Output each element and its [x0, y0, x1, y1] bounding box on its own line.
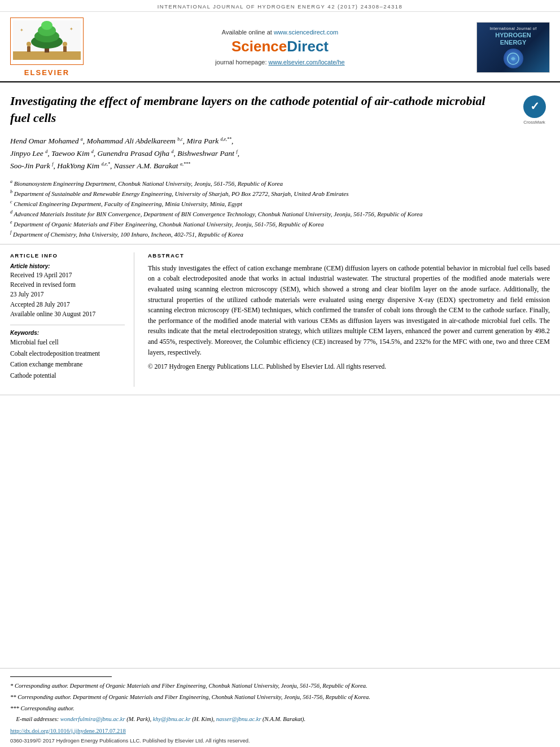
authors-line1: Hend Omar Mohamed a, Mohammad Ali Abdelk…	[10, 135, 550, 147]
abstract-header: ABSTRACT	[148, 252, 550, 259]
keyword-3: Cation exchange membrane	[10, 359, 125, 370]
issn-line: 0360-3199/© 2017 Hydrogen Energy Publica…	[10, 737, 550, 744]
footnotes-section: * Corresponding author. Department of Or…	[0, 668, 560, 747]
revised-date: 23 July 2017	[10, 290, 125, 299]
keywords-list: Microbial fuel cell Cobalt electrodeposi…	[10, 337, 125, 381]
crossmark-label: CrossMark	[523, 120, 545, 125]
abstract-column: ABSTRACT This study investigates the eff…	[148, 252, 550, 387]
authors-section: Hend Omar Mohamed a, Mohammad Ali Abdelk…	[0, 130, 560, 175]
doi-link[interactable]: http://dx.doi.org/10.1016/j.ijhydene.201…	[10, 728, 126, 734]
keywords-group: Keywords: Microbial fuel cell Cobalt ele…	[10, 330, 125, 381]
footnote-emails: E-mail addresses: wonderfulmira@jbnu.ac.…	[10, 715, 550, 724]
svg-text:✦: ✦	[20, 28, 24, 33]
crossmark-icon: ✓	[523, 95, 546, 119]
email-link-3[interactable]: nasser@jbnu.ac.kr	[216, 716, 261, 722]
affiliation-a: a Bionanosystem Engineering Department, …	[10, 180, 550, 189]
svg-rect-10	[63, 46, 67, 52]
journal-cover-top-text: International Journal of	[489, 26, 536, 32]
article-title: Investigating the effect of membrane lay…	[10, 93, 519, 126]
footnote-star: * Corresponding author. Department of Or…	[10, 682, 550, 691]
journal-citation: INTERNATIONAL JOURNAL OF HYDROGEN ENERGY…	[158, 3, 403, 10]
svg-text:✦: ✦	[69, 27, 73, 32]
page-wrapper: INTERNATIONAL JOURNAL OF HYDROGEN ENERGY…	[0, 0, 560, 747]
affiliation-b: b Department of Sustainable and Renewabl…	[10, 190, 550, 199]
svg-point-6	[41, 21, 53, 30]
sciencedirect-logo: ScienceDirect	[95, 38, 465, 55]
email-link-1[interactable]: wonderfulmira@jbnu.ac.kr	[60, 716, 125, 722]
two-col-section: ARTICLE INFO Article history: Received 1…	[0, 244, 560, 395]
svg-point-9	[63, 42, 67, 46]
authors-line3: Soo-Jin Park f, HakYong Kim d,e,*, Nasse…	[10, 160, 550, 172]
journal-homepage-url[interactable]: www.elsevier.com/locate/he	[269, 59, 345, 65]
available-date: Available online 30 August 2017	[10, 309, 125, 319]
header-center: Available online at www.sciencedirect.co…	[84, 29, 476, 65]
svg-rect-1	[13, 51, 81, 60]
revised-label: Received in revised form	[10, 280, 125, 290]
spacer	[0, 395, 560, 662]
journal-cover-decoration	[504, 49, 523, 68]
affiliation-e: e Department of Organic Materials and Fi…	[10, 220, 550, 229]
footnote-divider	[10, 676, 112, 677]
article-info-column: ARTICLE INFO Article history: Received 1…	[10, 252, 134, 387]
divider	[10, 325, 125, 325]
elsevier-tree-icon: ✦ ✦	[13, 20, 81, 60]
keywords-label: Keywords:	[10, 330, 125, 336]
doi-line: http://dx.doi.org/10.1016/j.ijhydene.201…	[10, 726, 550, 735]
elsevier-logo-border: ✦ ✦	[10, 18, 84, 65]
journal-cover-title: HYDROGEN ENERGY	[495, 32, 531, 46]
email-link-2[interactable]: khy@jbnu.ac.kr	[153, 716, 191, 722]
crossmark-badge[interactable]: ✓ CrossMark	[519, 95, 550, 125]
affiliation-c: c Chemical Engineering Department, Facul…	[10, 200, 550, 209]
affiliations-section: a Bionanosystem Engineering Department, …	[0, 175, 560, 244]
elsevier-logo: ✦ ✦ ELSEVIER	[10, 18, 84, 77]
top-banner: INTERNATIONAL JOURNAL OF HYDROGEN ENERGY…	[0, 0, 560, 12]
elsevier-wordmark: ELSEVIER	[24, 68, 69, 77]
available-online-text: Available online at www.sciencedirect.co…	[95, 29, 465, 36]
received-date: Received 19 April 2017	[10, 270, 125, 280]
footnote-triple-star: *** Corresponding author.	[10, 704, 550, 713]
abstract-text: This study investigates the effect of ca…	[148, 263, 550, 357]
article-history-label: Article history:	[10, 263, 125, 269]
sciencedirect-url[interactable]: www.sciencedirect.com	[274, 29, 338, 36]
keyword-4: Cathode potential	[10, 370, 125, 382]
accepted-date: Accepted 28 July 2017	[10, 300, 125, 309]
title-section: Investigating the effect of membrane lay…	[0, 82, 560, 130]
affiliation-d: d Advanced Materials Institute for BIN C…	[10, 210, 550, 219]
journal-homepage-text: journal homepage: www.elsevier.com/locat…	[95, 59, 465, 65]
article-info-header: ARTICLE INFO	[10, 252, 125, 259]
svg-rect-8	[27, 46, 30, 52]
abstract-copyright: © 2017 Hydrogen Energy Publications LLC.…	[148, 362, 550, 372]
affiliation-f: f Department of Chemistry, Inha Universi…	[10, 230, 550, 239]
svg-point-7	[27, 42, 31, 46]
header-row: ✦ ✦ ELSEVIER Available online at www.sci…	[0, 12, 560, 82]
svg-text:✓: ✓	[530, 100, 539, 112]
authors-line2: Jinpyo Lee d, Taewoo Kim d, Gunendra Pra…	[10, 147, 550, 160]
footnote-double-star: ** Corresponding author. Department of O…	[10, 693, 550, 702]
keyword-2: Cobalt electrodeposition treatment	[10, 348, 125, 360]
keyword-1: Microbial fuel cell	[10, 337, 125, 348]
article-history-group: Article history: Received 19 April 2017 …	[10, 263, 125, 319]
journal-cover: International Journal of HYDROGEN ENERGY	[476, 22, 550, 73]
